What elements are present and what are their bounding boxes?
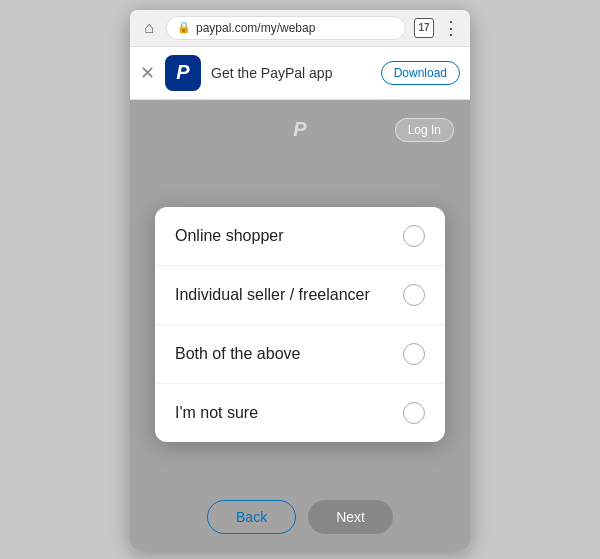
lock-icon: 🔒 (177, 21, 191, 34)
modal-options: Online shopper Individual seller / freel… (155, 207, 445, 442)
page-content: P Log In Online shopper Individual selle… (130, 100, 470, 550)
address-text: paypal.com/my/webap (196, 21, 395, 35)
banner-text: Get the PayPal app (211, 65, 371, 81)
back-button[interactable]: Back (207, 500, 296, 534)
browser-chrome: ⌂ 🔒 paypal.com/my/webap 17 ⋮ (130, 10, 470, 47)
close-button[interactable]: ✕ (140, 64, 155, 82)
menu-icon[interactable]: ⋮ (442, 17, 460, 39)
option-individual-seller-label: Individual seller / freelancer (175, 286, 370, 304)
radio-online-shopper[interactable] (403, 225, 425, 247)
browser-top-bar: ⌂ 🔒 paypal.com/my/webap 17 ⋮ (130, 10, 470, 46)
paypal-app-icon: P (165, 55, 201, 91)
modal-overlay: Online shopper Individual seller / freel… (130, 100, 470, 550)
option-both-above[interactable]: Both of the above (155, 325, 445, 384)
home-icon[interactable]: ⌂ (140, 19, 158, 37)
address-bar[interactable]: 🔒 paypal.com/my/webap (166, 16, 406, 40)
page-footer: Back Next (207, 500, 393, 534)
tab-count[interactable]: 17 (414, 18, 434, 38)
radio-both-above[interactable] (403, 343, 425, 365)
option-online-shopper[interactable]: Online shopper (155, 207, 445, 266)
option-not-sure[interactable]: I'm not sure (155, 384, 445, 442)
option-individual-seller[interactable]: Individual seller / freelancer (155, 266, 445, 325)
modal-dialog: Online shopper Individual seller / freel… (155, 207, 445, 442)
radio-not-sure[interactable] (403, 402, 425, 424)
app-banner: ✕ P Get the PayPal app Download (130, 47, 470, 100)
option-online-shopper-label: Online shopper (175, 227, 284, 245)
radio-individual-seller[interactable] (403, 284, 425, 306)
download-button[interactable]: Download (381, 61, 460, 85)
option-not-sure-label: I'm not sure (175, 404, 258, 422)
option-both-above-label: Both of the above (175, 345, 300, 363)
next-button[interactable]: Next (308, 500, 393, 534)
phone-frame: ⌂ 🔒 paypal.com/my/webap 17 ⋮ ✕ P Get the… (130, 10, 470, 550)
